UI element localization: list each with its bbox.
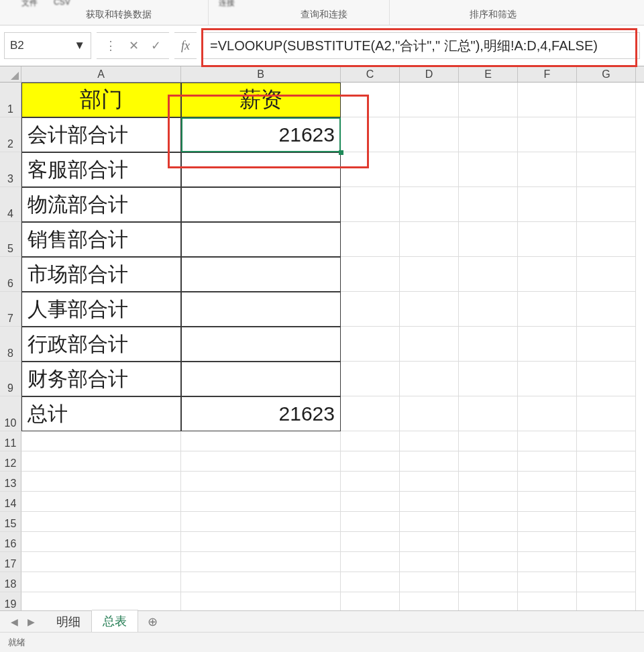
row-2-header[interactable]: 2 <box>0 117 21 152</box>
cell-A7[interactable]: 人事部合计 <box>21 292 181 327</box>
cell-E2[interactable] <box>459 117 518 152</box>
cell-A9[interactable]: 财务部合计 <box>21 362 181 396</box>
cell-A5[interactable]: 销售部合计 <box>21 222 181 257</box>
col-E-header[interactable]: E <box>459 66 518 82</box>
formula-input[interactable]: =VLOOKUP(SUBSTITUTE(A2,"合计"," 汇总"),明细!A:… <box>202 32 640 59</box>
name-box[interactable]: B2 ▼ <box>4 32 91 59</box>
col-F-header[interactable]: F <box>518 66 577 82</box>
cell-E1[interactable] <box>459 83 518 117</box>
cell-B10[interactable]: 21623 <box>181 396 341 431</box>
ribbon-group-get-transform: 获取和转换数据 <box>86 9 152 21</box>
status-mode: 就绪 <box>8 637 25 649</box>
sheet-next-icon[interactable]: ▶ <box>28 616 35 627</box>
cell-A10[interactable]: 总计 <box>21 396 181 431</box>
col-D-header[interactable]: D <box>400 66 459 82</box>
row-13-header[interactable]: 13 <box>0 472 21 492</box>
row-18-header[interactable]: 18 <box>0 572 21 592</box>
sheet-tab-bar: ◀ ▶ 明细 总表 ⊕ <box>0 610 644 632</box>
ribbon-group-queries: 查询和连接 <box>301 9 347 21</box>
sheet-tab-detail[interactable]: 明细 <box>46 611 92 633</box>
cell-A2[interactable]: 会计部合计 <box>21 117 181 152</box>
formula-bar-row: B2 ▼ ⋮ ✕ ✓ fx =VLOOKUP(SUBSTITUTE(A2,"合计… <box>0 25 644 66</box>
name-box-value: B2 <box>10 39 24 52</box>
row-11-header[interactable]: 11 <box>0 431 21 451</box>
cell-C2[interactable] <box>341 117 400 152</box>
chevron-down-icon[interactable]: ▼ <box>74 39 85 52</box>
cell-A1[interactable]: 部门 <box>21 83 181 117</box>
select-all-triangle[interactable] <box>0 66 21 82</box>
cell-B7[interactable] <box>181 292 341 327</box>
ribbon-groups: 文件 CSV 连接 获取和转换数据 查询和连接 排序和筛选 <box>0 0 644 25</box>
row-10-header[interactable]: 10 <box>0 396 21 431</box>
col-G-header[interactable]: G <box>577 66 636 82</box>
cell-D2[interactable] <box>400 117 459 152</box>
formula-bar-buttons: ⋮ ✕ ✓ <box>97 32 169 59</box>
sheet-nav-arrows[interactable]: ◀ ▶ <box>0 616 46 627</box>
row-15-header[interactable]: 15 <box>0 512 21 532</box>
cell-B3[interactable] <box>181 152 341 187</box>
cell-A3[interactable]: 客服部合计 <box>21 152 181 187</box>
cell-C1[interactable] <box>341 83 400 117</box>
cell-B4[interactable] <box>181 187 341 222</box>
row-12-header[interactable]: 12 <box>0 451 21 472</box>
row-16-header[interactable]: 16 <box>0 532 21 552</box>
grid-body[interactable]: 1 部门 薪资 2 会计部合计 21623 3 客服部合计 4 物流部合计 5 … <box>0 83 644 633</box>
row-3-header[interactable]: 3 <box>0 152 21 187</box>
row-7-header[interactable]: 7 <box>0 292 21 327</box>
sheet-prev-icon[interactable]: ◀ <box>11 616 18 627</box>
col-B-header[interactable]: B <box>181 66 341 82</box>
row-9-header[interactable]: 9 <box>0 362 21 396</box>
cell-B2[interactable]: 21623 <box>181 117 341 152</box>
cell-B1[interactable]: 薪资 <box>181 83 341 117</box>
add-sheet-icon[interactable]: ⊕ <box>138 614 167 629</box>
cell-A4[interactable]: 物流部合计 <box>21 187 181 222</box>
active-cell-fill-handle[interactable] <box>339 150 343 155</box>
cancel-formula-icon[interactable]: ✕ <box>129 38 139 53</box>
cell-F1[interactable] <box>518 83 577 117</box>
cell-G2[interactable] <box>577 117 636 152</box>
row-17-header[interactable]: 17 <box>0 552 21 572</box>
col-A-header[interactable]: A <box>21 66 181 82</box>
cell-A8[interactable]: 行政部合计 <box>21 327 181 362</box>
row-14-header[interactable]: 14 <box>0 492 21 512</box>
formula-more-icon[interactable]: ⋮ <box>105 38 117 53</box>
row-8-header[interactable]: 8 <box>0 327 21 362</box>
fx-icon[interactable]: fx <box>174 32 197 59</box>
cell-D1[interactable] <box>400 83 459 117</box>
formula-text: =VLOOKUP(SUBSTITUTE(A2,"合计"," 汇总"),明细!A:… <box>210 37 598 55</box>
column-headers: A B C D E F G <box>0 66 644 83</box>
row-19-header[interactable]: 19 <box>0 592 21 612</box>
ribbon-group-sort-filter: 排序和筛选 <box>470 9 517 21</box>
cell-G1[interactable] <box>577 83 636 117</box>
row-6-header[interactable]: 6 <box>0 257 21 292</box>
cell-B9[interactable] <box>181 362 341 396</box>
cell-B8[interactable] <box>181 327 341 362</box>
row-4-header[interactable]: 4 <box>0 187 21 222</box>
status-bar: 就绪 <box>0 632 644 652</box>
accept-formula-icon[interactable]: ✓ <box>151 38 161 53</box>
cell-B6[interactable] <box>181 257 341 292</box>
cell-A6[interactable]: 市场部合计 <box>21 257 181 292</box>
cell-F2[interactable] <box>518 117 577 152</box>
cell-B5[interactable] <box>181 222 341 257</box>
sheet-tab-summary[interactable]: 总表 <box>92 610 138 634</box>
col-C-header[interactable]: C <box>341 66 400 82</box>
row-1-header[interactable]: 1 <box>0 83 21 117</box>
row-5-header[interactable]: 5 <box>0 222 21 257</box>
